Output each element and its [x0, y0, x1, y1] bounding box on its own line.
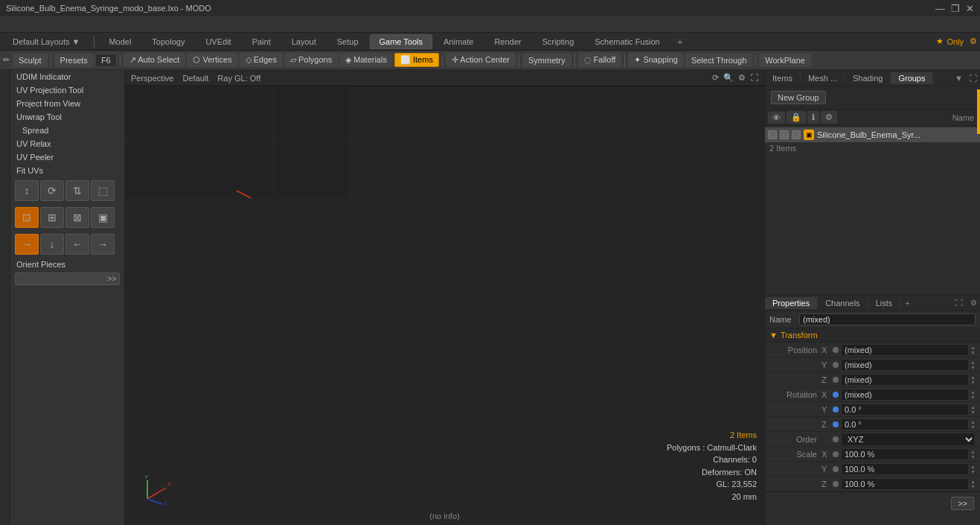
- icon-btn-2[interactable]: ⟳: [40, 180, 64, 201]
- sculpt-button[interactable]: Sculpt: [13, 54, 48, 67]
- position-y-up-arrow[interactable]: ▲: [970, 360, 976, 365]
- right-tab-groups[interactable]: Groups: [891, 72, 933, 84]
- tab-setup[interactable]: Setup: [327, 34, 368, 49]
- position-y-dot[interactable]: [833, 362, 839, 368]
- position-x-field[interactable]: [841, 344, 969, 356]
- tab-scripting[interactable]: Scripting: [532, 34, 583, 49]
- scale-y-dot[interactable]: [833, 466, 839, 472]
- list-item-main[interactable]: ▣ Silicone_Bulb_Enema_Syr...: [765, 127, 980, 142]
- add-layout-button[interactable]: +: [671, 34, 689, 50]
- viewport-icon-rotate[interactable]: ⟳: [712, 73, 719, 83]
- viewport[interactable]: Perspective Default Ray GL: Off ⟳ 🔍 ⚙ ⛶: [125, 70, 764, 525]
- left-item-udim[interactable]: UDIM Indicator: [10, 70, 124, 83]
- props-expand-icon[interactable]: ⛶: [952, 297, 966, 308]
- viewport-icon-expand[interactable]: ⛶: [750, 73, 758, 83]
- vertices-button[interactable]: ⬡ Vertices: [187, 53, 237, 67]
- icon-btn-5[interactable]: ⊡: [15, 207, 39, 228]
- workplane-button[interactable]: WorkPlane: [759, 54, 811, 67]
- scale-z-field[interactable]: [841, 478, 969, 490]
- polygons-button[interactable]: ▱ Polygons: [284, 53, 338, 67]
- right-tab-mesh[interactable]: Mesh ...: [801, 72, 845, 84]
- icon-btn-1[interactable]: ↕: [15, 180, 39, 201]
- props-tab-lists[interactable]: Lists: [868, 297, 901, 309]
- right-panel-expand-icon[interactable]: ⛶: [966, 72, 980, 84]
- left-item-projectfromview[interactable]: Project from View: [10, 97, 124, 110]
- rotation-x-down-arrow[interactable]: ▼: [970, 395, 976, 400]
- scale-x-dot[interactable]: [833, 451, 839, 457]
- left-item-orient[interactable]: Orient Pieces: [10, 258, 124, 271]
- props-more-button[interactable]: >>: [951, 497, 974, 510]
- select-through-button[interactable]: Select Through: [685, 54, 752, 67]
- props-gear-icon[interactable]: ⚙: [967, 297, 980, 308]
- scale-y-field[interactable]: [841, 463, 969, 475]
- rotation-y-field[interactable]: [841, 404, 969, 416]
- item-toggle-3[interactable]: [792, 130, 801, 139]
- new-group-button[interactable]: New Group: [771, 91, 826, 104]
- scale-x-down-arrow[interactable]: ▼: [970, 454, 976, 459]
- left-item-spread[interactable]: Spread: [10, 124, 124, 137]
- left-item-uvrelax[interactable]: UV Relax: [10, 137, 124, 150]
- position-y-down-arrow[interactable]: ▼: [970, 365, 976, 370]
- tab-uvedit[interactable]: UVEdit: [196, 34, 240, 49]
- icon-btn-12[interactable]: →: [91, 234, 115, 255]
- items-info-button[interactable]: ℹ: [807, 111, 819, 124]
- right-tab-items[interactable]: Items: [765, 72, 801, 84]
- item-toggle[interactable]: [768, 130, 777, 139]
- left-item-unwrap[interactable]: Unwrap Tool: [10, 110, 124, 124]
- position-y-field[interactable]: [841, 359, 969, 371]
- falloff-button[interactable]: ◌ Falloff: [578, 53, 622, 67]
- scale-y-down-arrow[interactable]: ▼: [970, 469, 976, 474]
- icon-btn-11[interactable]: ←: [65, 234, 89, 255]
- icon-btn-8[interactable]: ▣: [91, 207, 115, 228]
- item-toggle-2[interactable]: [780, 130, 789, 139]
- rotation-y-up-arrow[interactable]: ▲: [970, 404, 976, 410]
- items-eye-button[interactable]: 👁: [768, 112, 785, 124]
- items-button[interactable]: ⬜ Items: [394, 53, 439, 67]
- more-button[interactable]: >>: [15, 273, 120, 285]
- maximize-button[interactable]: ❐: [951, 3, 960, 14]
- position-z-field[interactable]: [841, 374, 969, 386]
- icon-btn-4[interactable]: ⬚: [91, 180, 115, 201]
- right-tab-chevron[interactable]: ▼: [952, 72, 966, 84]
- icon-btn-7[interactable]: ⊠: [65, 207, 89, 228]
- order-select[interactable]: XYZ XZY YXZ YZX ZXY ZYX: [841, 433, 976, 446]
- position-z-up-arrow[interactable]: ▲: [970, 375, 976, 380]
- scale-z-dot[interactable]: [833, 481, 839, 487]
- tab-model[interactable]: Model: [99, 34, 141, 49]
- rotation-y-down-arrow[interactable]: ▼: [970, 410, 976, 415]
- transform-section-header[interactable]: ▼ Transform: [765, 328, 980, 343]
- rotation-z-field[interactable]: [841, 419, 969, 430]
- layout-dropdown[interactable]: Default Layouts ▼: [3, 34, 89, 49]
- auto-select-button[interactable]: ↗ Auto Select: [124, 53, 186, 67]
- viewport-icon-zoom[interactable]: 🔍: [723, 73, 734, 83]
- layout-gear-icon[interactable]: ⚙: [970, 36, 977, 46]
- tab-schematic[interactable]: Schematic Fusion: [585, 34, 669, 49]
- position-x-up-arrow[interactable]: ▲: [970, 345, 976, 350]
- position-z-down-arrow[interactable]: ▼: [970, 380, 976, 385]
- rotation-x-field[interactable]: [841, 389, 969, 401]
- tab-render[interactable]: Render: [484, 34, 531, 49]
- position-z-dot[interactable]: [833, 377, 839, 383]
- tab-topology[interactable]: Topology: [142, 34, 194, 49]
- rotation-x-up-arrow[interactable]: ▲: [970, 389, 976, 395]
- scale-y-up-arrow[interactable]: ▲: [970, 464, 976, 469]
- scale-x-up-arrow[interactable]: ▲: [970, 449, 976, 454]
- scale-z-down-arrow[interactable]: ▼: [970, 484, 976, 489]
- position-x-down-arrow[interactable]: ▼: [970, 350, 976, 355]
- snapping-button[interactable]: ✦ Snapping: [628, 53, 684, 67]
- viewport-canvas[interactable]: 2 Items Polygons : Catmull-Clark Channel…: [125, 86, 764, 525]
- materials-button[interactable]: ◈ Materials: [339, 53, 393, 67]
- tab-gametools[interactable]: Game Tools: [370, 34, 433, 49]
- rotation-z-up-arrow[interactable]: ▲: [970, 419, 976, 424]
- items-settings-button[interactable]: ⚙: [821, 111, 837, 124]
- left-item-fituvs[interactable]: Fit UVs: [10, 164, 124, 177]
- props-add-tab[interactable]: +: [900, 297, 914, 309]
- action-center-button[interactable]: ✛ Action Center: [446, 53, 516, 67]
- right-tab-shading[interactable]: Shading: [845, 72, 891, 84]
- name-field[interactable]: [799, 314, 976, 325]
- rotation-y-dot[interactable]: [833, 407, 839, 413]
- left-item-uvprojection[interactable]: UV Projection Tool: [10, 83, 124, 97]
- tab-layout[interactable]: Layout: [282, 34, 326, 49]
- left-item-uvpeeler[interactable]: UV Peeler: [10, 150, 124, 164]
- icon-btn-6[interactable]: ⊞: [40, 207, 64, 228]
